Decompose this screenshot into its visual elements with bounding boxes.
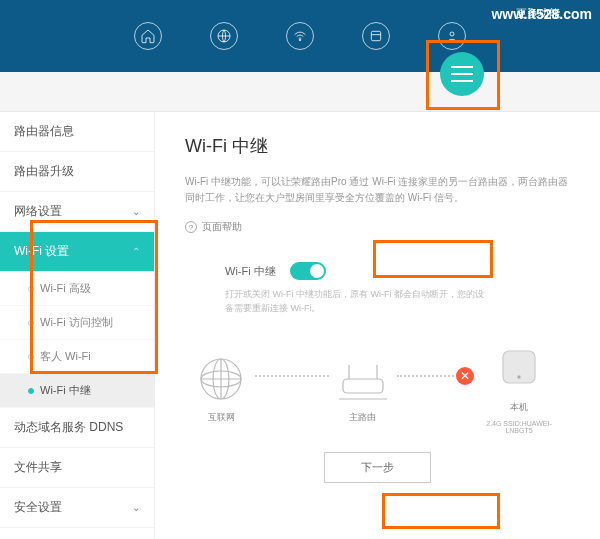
- home-icon[interactable]: [134, 22, 162, 50]
- device-icon: [489, 345, 549, 395]
- diagram-this-device: 本机 2.4G SSID:HUAWEI-LNBGT5: [474, 345, 564, 434]
- network-diagram: 互联网 主路由 ✕ 本机 2.4G SSID:HUAWEI-LNBGT5: [191, 345, 564, 434]
- sidebar: 路由器信息 路由器升级 网络设置⌄ Wi-Fi 设置⌃ Wi-Fi 高级 Wi-…: [0, 112, 155, 539]
- diagram-main-router: 主路由: [333, 355, 393, 424]
- hamburger-row: [0, 72, 600, 112]
- toggle-label: Wi-Fi 中继: [225, 264, 276, 279]
- storage-icon[interactable]: [362, 22, 390, 50]
- device-ssid: 2.4G SSID:HUAWEI-LNBGT5: [474, 420, 564, 434]
- sidebar-item-file-share[interactable]: 文件共享: [0, 448, 154, 488]
- connection-line: [255, 375, 329, 377]
- sidebar-item-network-settings[interactable]: 网络设置⌄: [0, 192, 154, 232]
- svg-point-1: [299, 39, 300, 40]
- chevron-down-icon: ⌄: [132, 206, 140, 217]
- sidebar-item-router-upgrade[interactable]: 路由器升级: [0, 152, 154, 192]
- router-icon: [333, 355, 393, 405]
- sidebar-item-router-info[interactable]: 路由器信息: [0, 112, 154, 152]
- globe-icon[interactable]: [210, 22, 238, 50]
- chevron-down-icon: ⌄: [132, 502, 140, 513]
- sidebar-item-ddns[interactable]: 动态域名服务 DDNS: [0, 408, 154, 448]
- top-navigation: 更多功能 www.it528.com: [0, 0, 600, 72]
- user-icon[interactable]: [438, 22, 466, 50]
- svg-rect-7: [343, 379, 383, 393]
- sidebar-subitem-wifi-access-control[interactable]: Wi-Fi 访问控制: [0, 306, 154, 340]
- svg-point-9: [518, 376, 521, 379]
- highlight-box: [382, 493, 500, 529]
- wifi-icon[interactable]: [286, 22, 314, 50]
- sidebar-subitem-wifi-advanced[interactable]: Wi-Fi 高级: [0, 272, 154, 306]
- chevron-up-icon: ⌃: [132, 246, 140, 257]
- help-icon: ?: [185, 221, 197, 233]
- sidebar-item-wifi-settings[interactable]: Wi-Fi 设置⌃: [0, 232, 154, 272]
- main-content: Wi-Fi 中继 Wi-Fi 中继功能，可以让荣耀路由Pro 通过 Wi-Fi …: [155, 112, 600, 539]
- page-description: Wi-Fi 中继功能，可以让荣耀路由Pro 通过 Wi-Fi 连接家里的另一台路…: [185, 174, 570, 206]
- page-help-link[interactable]: ? 页面帮助: [185, 220, 570, 234]
- connection-line-broken: ✕: [397, 375, 471, 377]
- next-button[interactable]: 下一步: [324, 452, 431, 483]
- sidebar-item-system-settings[interactable]: 系统设置⌄: [0, 528, 154, 539]
- disconnect-icon: ✕: [456, 367, 474, 385]
- sidebar-subitem-guest-wifi[interactable]: 客人 Wi-Fi: [0, 340, 154, 374]
- svg-point-3: [450, 32, 454, 36]
- toggle-description: 打开或关闭 Wi-Fi 中继功能后，原有 Wi-Fi 都会自动断开，您的设备需要…: [225, 288, 485, 315]
- sidebar-item-security[interactable]: 安全设置⌄: [0, 488, 154, 528]
- wifi-repeater-toggle-row: Wi-Fi 中继: [225, 262, 570, 280]
- sidebar-subitem-wifi-repeater[interactable]: Wi-Fi 中继: [0, 374, 154, 408]
- diagram-internet: 互联网: [191, 355, 251, 424]
- svg-rect-2: [371, 31, 380, 40]
- globe-wire-icon: [191, 355, 251, 405]
- page-title: Wi-Fi 中继: [185, 134, 570, 158]
- wifi-repeater-switch[interactable]: [290, 262, 326, 280]
- more-menu-button[interactable]: [440, 52, 484, 96]
- watermark: www.it528.com: [491, 6, 592, 22]
